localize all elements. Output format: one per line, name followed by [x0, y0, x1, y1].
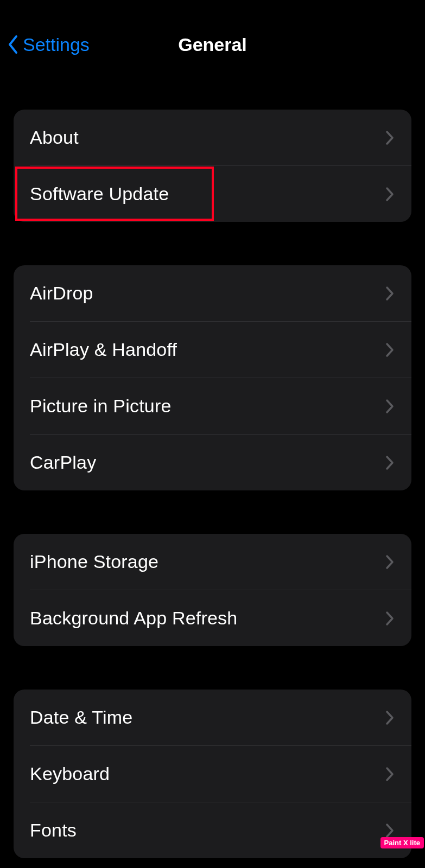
row-carplay[interactable]: CarPlay: [14, 435, 411, 490]
row-background-app-refresh[interactable]: Background App Refresh: [14, 590, 411, 646]
chevron-right-icon: [383, 286, 396, 301]
row-label: AirDrop: [30, 283, 93, 304]
settings-content: About Software Update AirDrop AirPlay & …: [0, 110, 425, 858]
row-label: CarPlay: [30, 452, 96, 473]
chevron-right-icon: [383, 399, 396, 414]
settings-group-2: iPhone Storage Background App Refresh: [14, 534, 411, 646]
row-label: Picture in Picture: [30, 395, 172, 417]
chevron-right-icon: [383, 130, 396, 145]
row-label: Keyboard: [30, 763, 110, 784]
chevron-right-icon: [383, 611, 396, 626]
chevron-right-icon: [383, 554, 396, 570]
chevron-right-icon: [383, 342, 396, 358]
chevron-right-icon: [383, 455, 396, 470]
row-label: iPhone Storage: [30, 551, 158, 572]
back-button[interactable]: Settings: [5, 34, 90, 55]
chevron-right-icon: [383, 710, 396, 725]
chevron-left-icon: [5, 34, 21, 55]
page-title: General: [178, 34, 247, 55]
row-airdrop[interactable]: AirDrop: [14, 265, 411, 321]
row-label: Background App Refresh: [30, 608, 237, 629]
chevron-right-icon: [383, 767, 396, 782]
settings-group-0: About Software Update: [14, 110, 411, 222]
row-label: Date & Time: [30, 707, 132, 728]
row-picture-in-picture[interactable]: Picture in Picture: [14, 378, 411, 434]
row-label: AirPlay & Handoff: [30, 339, 177, 360]
settings-group-1: AirDrop AirPlay & Handoff Picture in Pic…: [14, 265, 411, 490]
row-airplay-handoff[interactable]: AirPlay & Handoff: [14, 322, 411, 378]
row-about[interactable]: About: [14, 110, 411, 165]
row-software-update[interactable]: Software Update: [14, 166, 411, 222]
row-label: Software Update: [30, 183, 169, 205]
row-fonts[interactable]: Fonts: [14, 802, 411, 858]
row-keyboard[interactable]: Keyboard: [14, 746, 411, 802]
row-date-time[interactable]: Date & Time: [14, 690, 411, 745]
nav-header: Settings General: [0, 21, 425, 68]
back-label: Settings: [23, 34, 90, 55]
settings-group-3: Date & Time Keyboard Fonts: [14, 690, 411, 858]
chevron-right-icon: [383, 187, 396, 202]
row-label: About: [30, 127, 79, 148]
row-iphone-storage[interactable]: iPhone Storage: [14, 534, 411, 590]
watermark-badge: Paint X lite: [380, 837, 424, 848]
chevron-right-icon: [383, 823, 396, 838]
row-label: Fonts: [30, 820, 77, 841]
